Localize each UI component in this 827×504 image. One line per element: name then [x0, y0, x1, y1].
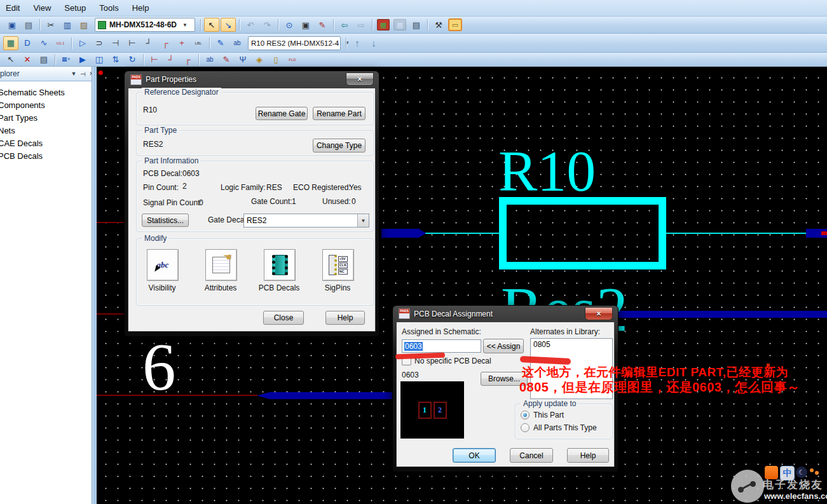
- bus-arrow-segment[interactable]: [257, 392, 400, 399]
- print-icon[interactable]: ▤: [21, 18, 36, 32]
- sheet-up-icon[interactable]: ↑: [350, 36, 365, 50]
- net-wire-left[interactable]: [425, 233, 500, 234]
- menu-setup[interactable]: Setup: [57, 1, 93, 15]
- menu-view[interactable]: View: [25, 1, 58, 15]
- measure-icon[interactable]: ▯: [268, 53, 284, 67]
- tree-item-cae-decals[interactable]: CAE Decals: [0, 137, 96, 150]
- close-button[interactable]: Close: [263, 311, 304, 325]
- tree-item-schematic-sheets[interactable]: Schematic Sheets: [0, 86, 96, 99]
- copy-part-icon[interactable]: ▶: [75, 53, 90, 67]
- panel-menu-icon[interactable]: ▼: [69, 71, 78, 77]
- tree-item-components[interactable]: Components: [0, 99, 96, 112]
- sigpins-button[interactable]: +5V CLK NC: [322, 249, 354, 281]
- assign-button[interactable]: << Assign: [483, 339, 524, 353]
- undo-icon[interactable]: ↶: [243, 18, 258, 32]
- tools-icon[interactable]: ⚒: [431, 18, 446, 32]
- menu-edit[interactable]: Edit: [0, 1, 27, 15]
- move-pin-icon[interactable]: ⊢: [147, 53, 162, 67]
- net-wire-red-c[interactable]: [97, 395, 257, 396]
- add-part-tool-icon[interactable]: ▦: [3, 36, 18, 50]
- archive-icon[interactable]: ▤: [409, 18, 424, 32]
- save-icon[interactable]: ▣: [4, 18, 20, 32]
- listbox-item[interactable]: 0805: [531, 339, 612, 350]
- pin-left-icon[interactable]: ⊣: [108, 36, 123, 50]
- corner-up-icon[interactable]: ┌: [158, 36, 173, 50]
- draw-line-icon[interactable]: ✎: [213, 36, 228, 50]
- bus-segment-left[interactable]: [381, 229, 426, 238]
- query-text-icon[interactable]: ab: [202, 53, 217, 67]
- paste-icon[interactable]: ▨: [76, 18, 92, 32]
- rotate-part-icon[interactable]: ↻: [125, 53, 140, 67]
- library-manager-icon[interactable]: ▭: [449, 19, 461, 31]
- net-wire-red-a[interactable]: [97, 222, 125, 223]
- menu-tools[interactable]: Tools: [92, 1, 126, 15]
- part-properties-titlebar[interactable]: PADS Part Properties ✕: [128, 71, 376, 88]
- help-button[interactable]: Help: [567, 448, 609, 463]
- radio-this-part[interactable]: This Part: [521, 411, 564, 419]
- select-gate-icon[interactable]: ↖: [3, 53, 18, 67]
- lock-text-icon[interactable]: ◈: [252, 53, 267, 67]
- radio-all-parts[interactable]: All Parts This Type: [521, 423, 597, 432]
- net-wire-right[interactable]: [666, 233, 807, 234]
- bus-segment-middle[interactable]: [618, 311, 827, 318]
- gate-decal-combo[interactable]: RES2 ▼: [243, 214, 369, 228]
- redraw-icon[interactable]: ✎: [315, 18, 330, 32]
- add-decal-icon[interactable]: D: [20, 36, 35, 50]
- sheet-down-icon[interactable]: ↓: [366, 36, 381, 50]
- copy-icon[interactable]: ▥: [60, 18, 75, 32]
- delete-icon[interactable]: ✕: [20, 53, 35, 67]
- pin-right-icon[interactable]: ⊢: [125, 36, 140, 50]
- resistor-symbol[interactable]: [499, 197, 666, 269]
- import-icon[interactable]: ⇦: [337, 18, 352, 32]
- tree-item-pcb-decals[interactable]: PCB Decals: [0, 150, 96, 163]
- part-selector[interactable]: R10 RES2 (MH-DMX512-4 ▼: [248, 36, 341, 50]
- renumber-pin-icon[interactable]: ┌: [180, 53, 195, 67]
- selection-filter-icon[interactable]: ↘: [221, 18, 236, 32]
- attributes-button[interactable]: [205, 249, 237, 281]
- tree-item-nets[interactable]: Nets: [0, 125, 96, 137]
- net-wire-red-b[interactable]: [97, 313, 125, 315]
- close-icon[interactable]: ✕: [585, 307, 613, 320]
- field-icon[interactable]: FLD: [285, 53, 300, 67]
- bus-icon[interactable]: U1.1: [53, 36, 68, 50]
- add-part-icon[interactable]: ▦+: [58, 53, 74, 67]
- add-connection-icon[interactable]: ∿: [36, 36, 51, 50]
- pcb-decals-button[interactable]: [264, 249, 296, 281]
- assigned-decal-input[interactable]: 0603: [402, 339, 481, 353]
- text-icon[interactable]: ab: [229, 36, 245, 50]
- tree-item-part-types[interactable]: Part Types: [0, 112, 96, 125]
- label-icon[interactable]: LBL: [191, 36, 206, 50]
- rename-part-button[interactable]: Rename Part: [313, 107, 366, 120]
- export-icon[interactable]: ⇨: [353, 18, 369, 32]
- junction-icon[interactable]: +: [174, 36, 189, 50]
- net-name-icon[interactable]: Ψ: [235, 53, 250, 67]
- swap-gate-icon[interactable]: ⇅: [108, 53, 123, 67]
- rename-gate-button[interactable]: Rename Gate: [256, 107, 308, 120]
- hierarchy-icon[interactable]: ▷: [75, 36, 90, 50]
- close-icon[interactable]: ✕: [346, 72, 374, 86]
- pin-icon[interactable]: ⊤: [78, 71, 87, 78]
- pads-layout-icon[interactable]: ▦: [377, 19, 390, 31]
- help-button[interactable]: Help: [325, 311, 365, 325]
- cut-icon[interactable]: ✂: [43, 18, 58, 32]
- sheet-selector[interactable]: MH-DMX512-48-6D ▼: [95, 18, 195, 32]
- pads-router-icon[interactable]: ▦: [393, 19, 406, 31]
- resistor-refdes-label[interactable]: R10: [498, 142, 596, 200]
- properties-icon[interactable]: ▤: [36, 53, 51, 67]
- board-view-icon[interactable]: ▣: [298, 18, 313, 32]
- zoom-icon[interactable]: ⊙: [282, 18, 297, 32]
- gate-icon[interactable]: ⊃: [92, 36, 107, 50]
- visibility-button[interactable]: abc: [147, 249, 179, 281]
- change-type-button[interactable]: Change Type: [313, 139, 366, 153]
- ok-button[interactable]: OK: [453, 448, 496, 463]
- edit-text-icon[interactable]: ✎: [219, 53, 234, 67]
- selection-tool-icon[interactable]: ↖: [204, 18, 219, 32]
- statistics-button[interactable]: Statistics...: [142, 214, 189, 227]
- menu-help[interactable]: Help: [125, 1, 157, 15]
- corner-down-icon[interactable]: ┘: [141, 36, 156, 50]
- part-window-icon[interactable]: ◫: [92, 53, 107, 67]
- redo-icon[interactable]: ↷: [259, 18, 275, 32]
- decal-dialog-titlebar[interactable]: PADS PCB Decal Assignment ✕: [396, 306, 615, 322]
- cancel-button[interactable]: Cancel: [510, 448, 553, 463]
- swap-pin-icon[interactable]: ┘: [163, 53, 179, 67]
